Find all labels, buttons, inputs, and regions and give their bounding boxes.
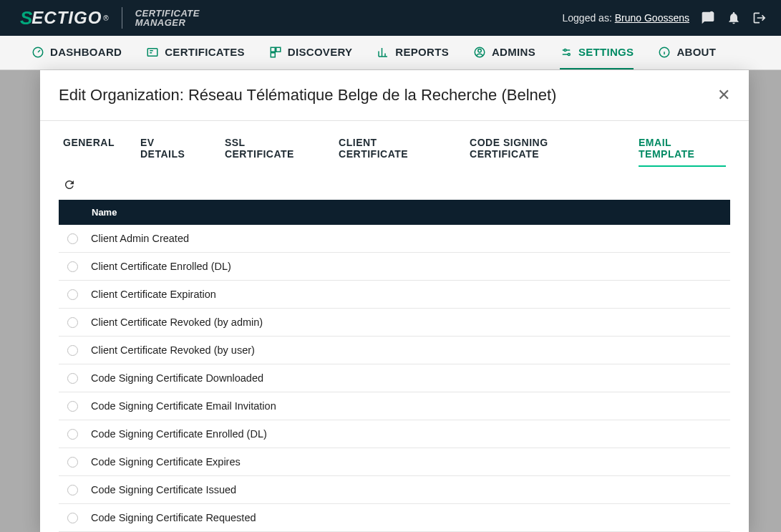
template-name: Client Certificate Enrolled (DL): [91, 261, 231, 272]
discovery-icon: [269, 46, 282, 59]
template-name: Client Admin Created: [91, 233, 189, 244]
close-icon: ✕: [717, 86, 730, 104]
template-name: Client Certificate Expiration: [91, 289, 216, 300]
logged-as-label: Logged as: Bruno Goossens: [563, 12, 689, 24]
radio-button[interactable]: [67, 233, 78, 244]
tab-code-signing-certificate[interactable]: CODE SIGNING CERTIFICATE: [470, 137, 613, 167]
toolbar: [40, 167, 749, 200]
radio-button[interactable]: [67, 373, 78, 384]
template-name: Code Signing Certificate Issued: [91, 484, 236, 495]
radio-button[interactable]: [67, 345, 78, 356]
radio-button[interactable]: [67, 401, 78, 412]
template-name: Code Signing Certificate Enrolled (DL): [91, 428, 267, 440]
refresh-button[interactable]: [63, 178, 76, 191]
bell-icon[interactable]: [727, 11, 741, 25]
tab-ev-details[interactable]: EV DETAILS: [140, 137, 199, 167]
nav-label: CERTIFICATES: [165, 46, 245, 58]
modal-tabs: GENERAL EV DETAILS SSL CERTIFICATE CLIEN…: [40, 121, 749, 167]
speedometer-icon: [31, 46, 44, 59]
tab-general[interactable]: GENERAL: [63, 137, 115, 167]
logged-label-text: Logged as:: [563, 12, 612, 24]
table-body: Client Admin CreatedClient Certificate E…: [59, 225, 730, 532]
templates-table: Name Client Admin CreatedClient Certific…: [40, 200, 749, 532]
logo-letter-s: S: [20, 7, 31, 29]
header-right: Logged as: Bruno Goossens: [563, 11, 767, 25]
nav-label: DASHBOARD: [50, 46, 122, 58]
logo: S ECTIGO ®: [20, 7, 109, 29]
svg-point-0: [710, 11, 714, 15]
nav-settings[interactable]: SETTINGS: [560, 36, 634, 69]
template-name: Code Signing Certificate Email Invitatio…: [91, 400, 276, 412]
logo-divider: [122, 7, 122, 29]
svg-point-9: [568, 53, 570, 55]
user-icon: [473, 46, 486, 59]
nav-admins[interactable]: ADMINS: [473, 36, 535, 69]
template-name: Client Certificate Revoked (by admin): [91, 316, 263, 328]
logged-user-link[interactable]: Bruno Goossens: [615, 12, 689, 24]
logo-rest: ECTIGO: [31, 8, 102, 28]
table-row[interactable]: Code Signing Certificate Downloaded: [59, 364, 730, 392]
nav-label: ABOUT: [676, 46, 716, 58]
main-nav: DASHBOARD CERTIFICATES DISCOVERY REPORTS…: [0, 36, 781, 70]
radio-button[interactable]: [67, 317, 78, 328]
logo-sub-line2: MANAGER: [135, 18, 200, 27]
radio-button[interactable]: [67, 289, 78, 300]
refresh-icon: [63, 178, 76, 191]
template-name: Code Signing Certificate Requested: [91, 512, 256, 523]
radio-button[interactable]: [67, 261, 78, 272]
table-header-name[interactable]: Name: [59, 200, 730, 225]
template-name: Code Signing Certificate Expires: [91, 456, 241, 468]
table-row[interactable]: Client Certificate Enrolled (DL): [59, 253, 730, 281]
table-row[interactable]: Code Signing Certificate Enrolled (DL): [59, 420, 730, 448]
nav-dashboard[interactable]: DASHBOARD: [31, 36, 122, 69]
app-header: S ECTIGO ® CERTIFICATE MANAGER Logged as…: [0, 0, 781, 36]
svg-rect-4: [276, 47, 281, 52]
logo-registered: ®: [103, 14, 108, 22]
settings-icon: [560, 46, 573, 59]
table-row[interactable]: Code Signing Certificate Email Invitatio…: [59, 392, 730, 420]
modal-header: Edit Organization: Réseau Télématique Be…: [40, 70, 749, 121]
nav-reports[interactable]: REPORTS: [377, 36, 449, 69]
certificate-icon: [146, 46, 159, 59]
radio-button[interactable]: [67, 457, 78, 468]
radio-button[interactable]: [67, 429, 78, 440]
svg-point-8: [564, 49, 566, 51]
svg-point-7: [478, 49, 482, 52]
nav-label: DISCOVERY: [288, 46, 353, 58]
svg-rect-5: [271, 52, 275, 57]
table-row[interactable]: Code Signing Certificate Requested: [59, 504, 730, 532]
table-row[interactable]: Client Certificate Revoked (by user): [59, 337, 730, 364]
nav-about[interactable]: ABOUT: [658, 36, 716, 69]
logo-subtitle: CERTIFICATE MANAGER: [135, 9, 200, 27]
nav-label: SETTINGS: [578, 46, 634, 58]
table-row[interactable]: Code Signing Certificate Expires: [59, 448, 730, 476]
nav-label: ADMINS: [492, 46, 535, 58]
radio-button[interactable]: [67, 485, 78, 495]
table-row[interactable]: Code Signing Certificate Issued: [59, 476, 730, 504]
logout-icon[interactable]: [752, 11, 767, 25]
nav-label: REPORTS: [395, 46, 449, 58]
edit-organization-modal: Edit Organization: Réseau Télématique Be…: [40, 70, 749, 532]
tab-client-certificate[interactable]: CLIENT CERTIFICATE: [339, 137, 444, 167]
radio-button[interactable]: [67, 513, 78, 523]
table-row[interactable]: Client Admin Created: [59, 225, 730, 253]
nav-certificates[interactable]: CERTIFICATES: [146, 36, 245, 69]
table-row[interactable]: Client Certificate Expiration: [59, 281, 730, 309]
close-button[interactable]: ✕: [717, 87, 730, 103]
chart-icon: [377, 46, 389, 59]
nav-discovery[interactable]: DISCOVERY: [269, 36, 353, 69]
chat-icon[interactable]: [701, 11, 715, 25]
svg-rect-2: [147, 48, 157, 56]
svg-rect-3: [271, 47, 275, 52]
modal-title: Edit Organization: Réseau Télématique Be…: [59, 86, 556, 105]
table-row[interactable]: Client Certificate Revoked (by admin): [59, 309, 730, 337]
tab-email-template[interactable]: EMAIL TEMPLATE: [639, 137, 726, 167]
tab-ssl-certificate[interactable]: SSL CERTIFICATE: [225, 137, 313, 167]
template-name: Code Signing Certificate Downloaded: [91, 372, 263, 384]
logo-area: S ECTIGO ® CERTIFICATE MANAGER: [20, 7, 200, 29]
template-name: Client Certificate Revoked (by user): [91, 344, 255, 356]
info-icon: [658, 46, 671, 59]
